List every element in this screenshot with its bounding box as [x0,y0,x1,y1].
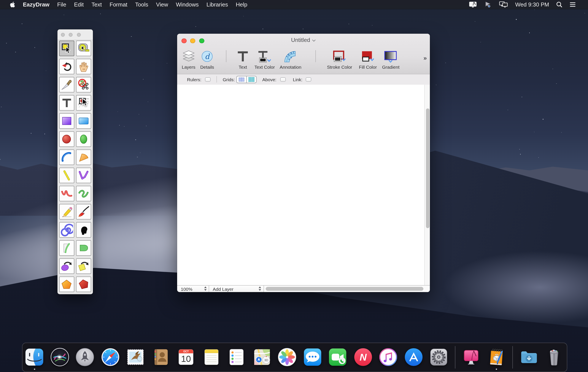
menu-bar: EazyDrawFileEditTextFormatToolsViewWindo… [0,0,588,9]
palette-close-button[interactable] [61,33,65,36]
tool-wedge-button[interactable] [76,149,91,165]
dock-maps-icon[interactable]: 3D [252,347,272,367]
dock-finder-icon[interactable] [25,347,44,367]
menu-file[interactable]: File [53,0,70,9]
tool-rotate-rectangle-button[interactable] [76,258,91,274]
tool-palette-titlebar[interactable] [57,29,93,40]
toolbar-details-button[interactable]: dDetails [200,49,214,70]
dock-system-preferences-icon[interactable] [429,347,449,367]
toolbar-overflow-button[interactable]: » [423,54,426,61]
toolbar-separator [315,50,316,62]
tool-polygon-button[interactable] [76,276,91,292]
tool-pentagon-button[interactable] [59,276,74,292]
dock-notes-icon[interactable] [201,347,221,367]
grid-lines-segment[interactable] [237,76,247,83]
vertical-scrollbar-thumb[interactable] [426,108,429,228]
dock-siri-icon[interactable] [50,347,69,367]
toolbar-text-button[interactable]: Text [237,49,249,70]
toolbar-layers-button[interactable]: Layers [182,49,195,70]
spotlight-search-icon[interactable] [553,0,566,9]
toolbar-gradient-button[interactable]: Gradient [382,49,400,70]
zoom-stepper[interactable] [204,286,207,292]
link-checkbox[interactable] [306,77,311,82]
zoom-level-control[interactable]: 100% [177,286,209,292]
notification-center-icon[interactable] [566,0,579,9]
dock-photos-icon[interactable] [277,347,297,367]
menu-view[interactable]: View [152,0,172,9]
document-canvas[interactable] [177,85,430,286]
add-layer-stepper[interactable] [258,286,261,292]
tool-rounded-shape-button[interactable] [76,240,91,255]
apple-menu[interactable] [6,0,19,9]
dock-messages-icon[interactable] [303,347,322,367]
pointer-tool-icon[interactable] [481,0,496,9]
dock-reminders-icon[interactable] [227,347,246,367]
tool-image-button[interactable] [76,222,91,237]
menu-tools[interactable]: Tools [131,0,152,9]
tool-curve-button[interactable] [59,186,74,201]
dock-eazydraw-icon[interactable] [487,347,506,367]
menu-text[interactable]: Text [88,0,106,9]
dock-itunes-icon[interactable] [378,347,398,367]
app-menu-eazydraw[interactable]: EazyDraw [19,0,53,9]
tool-text-button[interactable] [59,95,74,110]
vertical-scrollbar[interactable] [424,85,430,286]
tool-polyline-button[interactable] [76,167,91,183]
tool-arc-button[interactable] [59,149,74,165]
dock-separator [455,346,455,368]
window-bottom-bar: 100% Add Layer [177,285,430,292]
display-slash-icon[interactable] [465,0,481,9]
horizontal-scrollbar[interactable] [264,286,430,292]
dock-app-store-icon[interactable] [404,347,423,367]
svg-text:d: d [205,52,210,61]
dock-safari-icon[interactable] [100,347,120,367]
tool-blade-curve-button[interactable] [59,240,74,255]
dock-facetime-icon[interactable] [328,347,347,367]
menu-edit[interactable]: Edit [70,0,88,9]
toolbar-stroke-color-button[interactable]: Stroke Color [327,49,352,70]
displays-icon[interactable] [496,0,512,9]
tool-measure-button[interactable] [76,40,91,56]
tool-select-button[interactable] [59,40,74,56]
dock-news-icon[interactable]: N [353,347,373,367]
dock-trash-icon[interactable] [544,347,564,367]
tool-rotate-redo-button[interactable] [59,59,74,74]
toolbar-annotation-button[interactable]: TEXTTTAnnotation [280,49,301,70]
tool-rotate-ellipse-button[interactable] [59,258,74,274]
grid-solid-segment[interactable] [247,76,256,83]
menu-bar-clock[interactable]: Wed 9:30 PM [512,1,553,8]
tool-line-button[interactable] [59,167,74,183]
menu-help[interactable]: Help [232,0,251,9]
horizontal-scrollbar-thumb[interactable] [265,287,423,291]
tool-no-command-button[interactable]: ⌘ [76,77,91,92]
menu-libraries[interactable]: Libraries [203,0,232,9]
tool-pencil-button[interactable] [59,204,74,219]
wallpaper-star [516,19,517,20]
tool-spiral-button[interactable] [59,222,74,237]
tool-paintbrush-button[interactable] [76,204,91,219]
tool-knife-button[interactable] [59,77,74,92]
dock-calendar-icon[interactable]: OCT10 [176,347,196,367]
tool-freehand-curve-button[interactable] [76,186,91,201]
dock-contacts-icon[interactable] [151,347,170,367]
toolbar-text-color-button[interactable]: Text Color [254,49,275,70]
dock-cleanmymac-icon[interactable] [462,347,481,367]
tool-rounded-rectangle-button[interactable] [76,113,91,128]
tool-pan-hand-button[interactable] [76,59,91,74]
dock-launchpad-icon[interactable] [75,347,94,367]
tool-ellipse-button[interactable] [76,131,91,147]
rulers-checkbox[interactable] [205,77,211,82]
tool-circle-button[interactable] [59,131,74,147]
above-checkbox[interactable] [280,77,286,82]
toolbar-fill-color-button[interactable]: Fill Color [359,49,377,70]
dock-downloads-icon[interactable] [519,347,538,367]
palette-zoom-button[interactable] [77,33,81,36]
wallpaper-star [534,132,535,132]
title-chevron-down-icon[interactable] [312,37,316,43]
menu-windows[interactable]: Windows [172,0,203,9]
palette-minimize-button[interactable] [69,33,73,36]
menu-format[interactable]: Format [106,0,131,9]
tool-rectangle-button[interactable] [59,113,74,128]
dock-mail-icon[interactable] [126,347,145,367]
add-layer-dropdown[interactable]: Add Layer [209,286,264,292]
